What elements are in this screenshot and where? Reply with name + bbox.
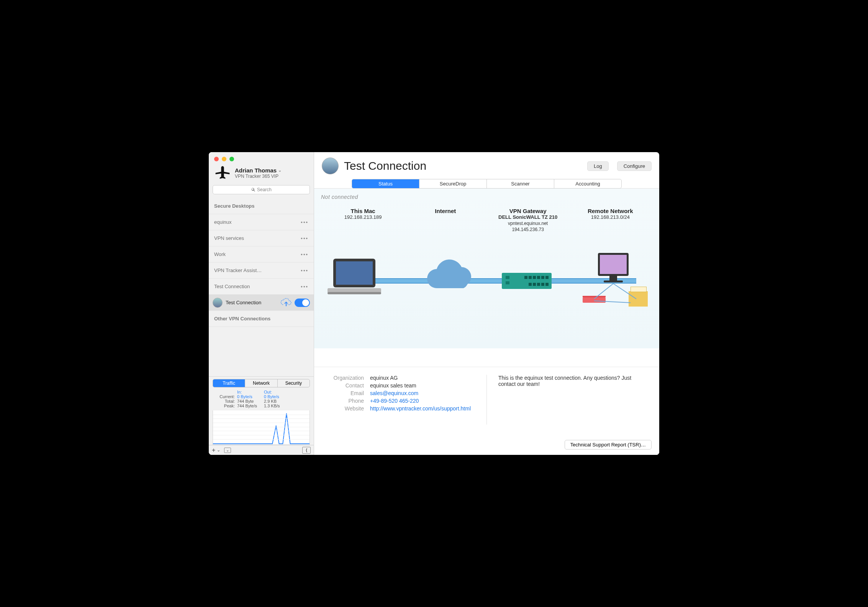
connection-status-text: Not connected: [321, 194, 358, 200]
add-button[interactable]: +: [212, 447, 215, 454]
search-input[interactable]: Search: [213, 185, 310, 194]
connection-thumbnail-icon: [213, 298, 223, 308]
tab-securedrop[interactable]: SecureDrop: [419, 179, 486, 188]
more-icon[interactable]: •••: [301, 219, 308, 225]
connection-icon: [322, 157, 339, 174]
tab-security[interactable]: Security: [277, 379, 310, 387]
main-area: Test Connection Log Configure Status Sec…: [314, 152, 659, 455]
sidebar-section-assist[interactable]: VPN Tracker Assist… •••: [209, 262, 314, 279]
more-icon[interactable]: •••: [301, 267, 308, 273]
traffic-segmented-control: Traffic Network Security: [213, 379, 310, 387]
sidebar: Adrian Thomas ⌄ VPN Tracker 365 VIP Sear…: [209, 152, 314, 455]
info-org-value: equinux AG: [370, 375, 475, 381]
info-email-label: Email: [326, 390, 364, 396]
sidebar-section-other[interactable]: Other VPN Connections: [209, 311, 314, 327]
traffic-sparkline: [213, 410, 310, 445]
page-title: Test Connection: [344, 159, 579, 172]
more-icon[interactable]: •••: [301, 235, 308, 241]
sidebar-section-equinux[interactable]: equinux •••: [209, 214, 314, 230]
close-icon[interactable]: [214, 157, 219, 161]
sidebar-footer: + ⌄ ⌄ ⟨: [209, 445, 314, 455]
minimize-icon[interactable]: [222, 157, 226, 161]
menu-icon[interactable]: ⌄: [224, 448, 231, 453]
sidebar-list: Secure Desktops equinux ••• VPN services…: [209, 198, 314, 376]
more-icon[interactable]: •••: [301, 284, 308, 289]
search-icon: [251, 187, 255, 192]
node-vpn-gateway: VPN Gateway DELL SonicWALL TZ 210 vpntes…: [487, 208, 569, 330]
chevron-down-icon[interactable]: ⌄: [217, 448, 220, 453]
header: Test Connection Log Configure Status Sec…: [314, 152, 659, 189]
info-contact-label: Contact: [326, 382, 364, 389]
sidebar-item-test-connection[interactable]: Test Connection: [209, 295, 314, 311]
svg-rect-3: [328, 292, 381, 294]
remote-network-icon: [583, 253, 648, 310]
svg-line-6: [594, 301, 631, 303]
tsr-button[interactable]: Technical Support Report (TSR)…: [565, 440, 652, 450]
info-email-link[interactable]: sales@equinux.com: [370, 390, 475, 396]
cloud-icon: [421, 258, 479, 297]
connection-toggle[interactable]: [295, 299, 310, 307]
svg-rect-1: [336, 261, 373, 285]
tab-status[interactable]: Status: [352, 179, 419, 188]
info-phone-label: Phone: [326, 398, 364, 404]
cloud-upload-icon: [280, 298, 292, 308]
more-icon[interactable]: •••: [301, 251, 308, 257]
tab-scanner[interactable]: Scanner: [486, 179, 554, 188]
main-tabs: Status SecureDrop Scanner Accounting: [352, 179, 622, 189]
info-website-label: Website: [326, 405, 364, 412]
traffic-in-header: In:: [237, 390, 264, 394]
connection-note: This is the equinux test connection. Any…: [498, 375, 644, 387]
svg-line-5: [613, 284, 636, 299]
sidebar-section-secure-desktops[interactable]: Secure Desktops: [209, 198, 314, 214]
collapse-sidebar-button[interactable]: ⟨: [302, 447, 311, 454]
account-row[interactable]: Adrian Thomas ⌄ VPN Tracker 365 VIP: [209, 161, 314, 185]
info-org-label: Organization: [326, 375, 364, 381]
configure-button[interactable]: Configure: [617, 161, 652, 171]
user-plan: VPN Tracker 365 VIP: [235, 174, 282, 179]
traffic-panel: Traffic Network Security In: Out: Curren…: [209, 376, 314, 445]
app-window: Adrian Thomas ⌄ VPN Tracker 365 VIP Sear…: [209, 152, 659, 455]
plane-icon: [214, 164, 231, 181]
tab-accounting[interactable]: Accounting: [554, 179, 621, 188]
sidebar-section-work[interactable]: Work •••: [209, 246, 314, 262]
svg-line-4: [594, 284, 613, 299]
info-phone-link[interactable]: +49-89-520 465-220: [370, 398, 475, 404]
info-contact-value: equinux sales team: [370, 382, 475, 389]
traffic-out-header: Out:: [264, 390, 291, 394]
info-website-link[interactable]: http://www.vpntracker.com/us/support.htm…: [370, 405, 470, 412]
status-canvas: Not connected This Mac 192.168.213.189 I…: [314, 189, 659, 455]
search-placeholder: Search: [257, 187, 272, 192]
divider: [486, 375, 487, 425]
fullscreen-icon[interactable]: [229, 157, 234, 161]
user-name: Adrian Thomas: [235, 167, 277, 174]
tab-traffic[interactable]: Traffic: [213, 379, 245, 387]
log-button[interactable]: Log: [587, 161, 609, 171]
sidebar-section-vpn-services[interactable]: VPN services •••: [209, 230, 314, 246]
chevron-down-icon: ⌄: [278, 168, 282, 173]
gateway-icon: [502, 273, 552, 289]
sidebar-section-test-connection[interactable]: Test Connection •••: [209, 279, 314, 295]
window-controls: [209, 152, 314, 161]
traffic-table: In: Out: Current: 0 Byte/s 0 Byte/s Tota…: [213, 390, 310, 408]
tab-network[interactable]: Network: [245, 379, 277, 387]
info-strip: Organization equinux AG Contact equinux …: [314, 367, 659, 455]
laptop-icon: [326, 257, 383, 300]
